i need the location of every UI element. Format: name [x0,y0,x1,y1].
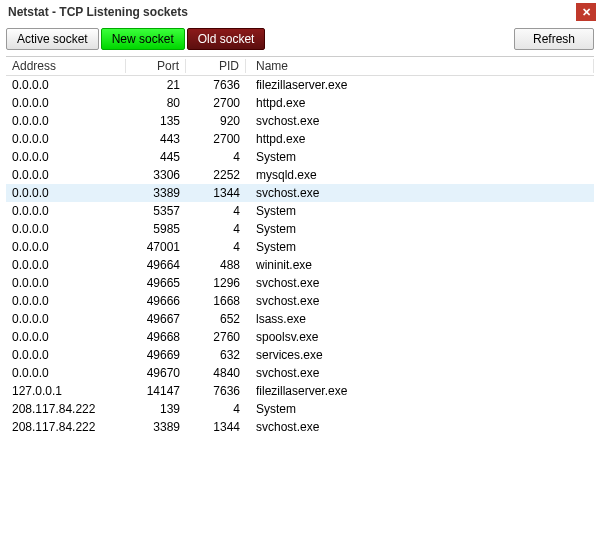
cell-address: 0.0.0.0 [6,276,126,290]
cell-port: 3389 [126,420,186,434]
cell-name: svchost.exe [246,294,594,308]
cell-address: 0.0.0.0 [6,114,126,128]
cell-port: 135 [126,114,186,128]
table-row[interactable]: 0.0.0.0470014System [6,238,594,256]
cell-port: 21 [126,78,186,92]
table-row[interactable]: 0.0.0.053574System [6,202,594,220]
table-row[interactable]: 0.0.0.059854System [6,220,594,238]
table-header: Address Port PID Name [6,57,594,76]
cell-address: 208.117.84.222 [6,420,126,434]
table-row[interactable]: 0.0.0.0496651296svchost.exe [6,274,594,292]
tab-active-socket[interactable]: Active socket [6,28,99,50]
cell-address: 0.0.0.0 [6,132,126,146]
cell-pid: 7636 [186,384,246,398]
cell-port: 49664 [126,258,186,272]
cell-address: 0.0.0.0 [6,258,126,272]
cell-port: 443 [126,132,186,146]
cell-name: spoolsv.exe [246,330,594,344]
cell-pid: 2760 [186,330,246,344]
cell-name: mysqld.exe [246,168,594,182]
table-row[interactable]: 0.0.0.049667652lsass.exe [6,310,594,328]
tab-old-socket[interactable]: Old socket [187,28,266,50]
table-row[interactable]: 127.0.0.1141477636filezillaserver.exe [6,382,594,400]
cell-pid: 4 [186,240,246,254]
col-header-address[interactable]: Address [6,59,126,73]
cell-name: svchost.exe [246,114,594,128]
cell-pid: 1296 [186,276,246,290]
cell-name: httpd.exe [246,96,594,110]
cell-address: 127.0.0.1 [6,384,126,398]
cell-name: System [246,150,594,164]
cell-name: svchost.exe [246,276,594,290]
cell-name: httpd.exe [246,132,594,146]
cell-port: 80 [126,96,186,110]
cell-pid: 4 [186,402,246,416]
cell-pid: 1668 [186,294,246,308]
cell-address: 0.0.0.0 [6,168,126,182]
table-row[interactable]: 0.0.0.0496704840svchost.exe [6,364,594,382]
cell-name: System [246,222,594,236]
table-row[interactable]: 208.117.84.2221394System [6,400,594,418]
table-row[interactable]: 0.0.0.033891344svchost.exe [6,184,594,202]
table-row[interactable]: 0.0.0.04454System [6,148,594,166]
cell-name: services.exe [246,348,594,362]
cell-port: 5357 [126,204,186,218]
cell-pid: 2700 [186,132,246,146]
cell-pid: 4 [186,150,246,164]
cell-pid: 4840 [186,366,246,380]
table-row[interactable]: 0.0.0.0802700httpd.exe [6,94,594,112]
cell-pid: 488 [186,258,246,272]
window-title: Netstat - TCP Listening sockets [8,5,188,19]
table-row[interactable]: 0.0.0.049669632services.exe [6,346,594,364]
cell-address: 0.0.0.0 [6,312,126,326]
cell-address: 0.0.0.0 [6,366,126,380]
table-row[interactable]: 0.0.0.0217636filezillaserver.exe [6,76,594,94]
cell-address: 0.0.0.0 [6,96,126,110]
table-row[interactable]: 0.0.0.0496661668svchost.exe [6,292,594,310]
cell-port: 49667 [126,312,186,326]
socket-table: Address Port PID Name 0.0.0.0217636filez… [6,56,594,436]
close-icon: ✕ [582,7,591,18]
cell-pid: 1344 [186,420,246,434]
cell-pid: 7636 [186,78,246,92]
cell-address: 0.0.0.0 [6,204,126,218]
cell-address: 0.0.0.0 [6,186,126,200]
cell-address: 0.0.0.0 [6,222,126,236]
cell-address: 0.0.0.0 [6,150,126,164]
table-row[interactable]: 0.0.0.04432700httpd.exe [6,130,594,148]
cell-name: System [246,240,594,254]
cell-pid: 2700 [186,96,246,110]
cell-name: filezillaserver.exe [246,78,594,92]
close-button[interactable]: ✕ [576,3,596,21]
cell-port: 49665 [126,276,186,290]
col-header-pid[interactable]: PID [186,59,246,73]
table-row[interactable]: 208.117.84.22233891344svchost.exe [6,418,594,436]
cell-port: 49670 [126,366,186,380]
col-header-port[interactable]: Port [126,59,186,73]
cell-port: 139 [126,402,186,416]
table-row[interactable]: 0.0.0.0496682760spoolsv.exe [6,328,594,346]
cell-port: 49666 [126,294,186,308]
cell-pid: 2252 [186,168,246,182]
tab-new-socket[interactable]: New socket [101,28,185,50]
cell-name: wininit.exe [246,258,594,272]
table-body: 0.0.0.0217636filezillaserver.exe0.0.0.08… [6,76,594,436]
col-header-name[interactable]: Name [246,59,594,73]
table-row[interactable]: 0.0.0.049664488wininit.exe [6,256,594,274]
refresh-button[interactable]: Refresh [514,28,594,50]
table-row[interactable]: 0.0.0.033062252mysqld.exe [6,166,594,184]
cell-pid: 652 [186,312,246,326]
table-row[interactable]: 0.0.0.0135920svchost.exe [6,112,594,130]
cell-name: lsass.exe [246,312,594,326]
cell-port: 47001 [126,240,186,254]
cell-address: 0.0.0.0 [6,330,126,344]
cell-name: System [246,402,594,416]
cell-pid: 632 [186,348,246,362]
cell-name: svchost.exe [246,186,594,200]
cell-address: 0.0.0.0 [6,348,126,362]
cell-port: 49669 [126,348,186,362]
cell-name: svchost.exe [246,420,594,434]
cell-port: 3306 [126,168,186,182]
cell-name: svchost.exe [246,366,594,380]
cell-pid: 1344 [186,186,246,200]
